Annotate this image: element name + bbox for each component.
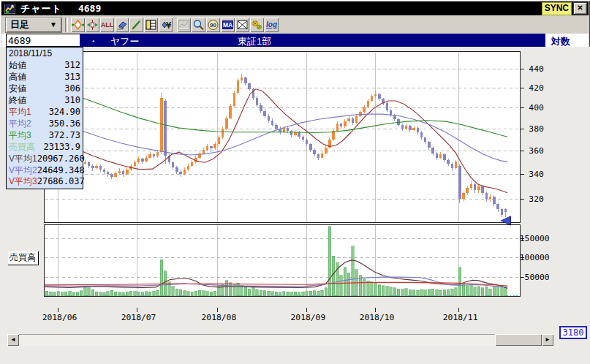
chart-type-disabled-icon: [178, 19, 190, 31]
svg-text:360: 360: [529, 145, 544, 156]
info-bar: ・ ヤフー 東証1部 対数: [1, 34, 589, 47]
zoom-button[interactable]: [192, 18, 205, 32]
svg-text:440: 440: [529, 64, 544, 74]
zoom-magnifier-icon: [192, 19, 205, 31]
scroll-left-button[interactable]: ◄: [7, 334, 19, 346]
tooltip-row: V平均224649.348: [9, 165, 80, 176]
svg-text:420: 420: [529, 83, 544, 93]
svg-text:2018/07: 2018/07: [121, 312, 156, 322]
horizontal-scrollbar[interactable]: ◄ ►: [7, 334, 553, 346]
tooltip-row: 平均1324.90: [9, 107, 80, 118]
tooltip-row: 高値313: [9, 72, 80, 83]
svg-text:2018/09: 2018/09: [291, 312, 326, 322]
period-selector[interactable]: 日足 ▼: [5, 17, 62, 33]
toolbar: 日足 ▼ ALL: [1, 15, 589, 34]
chart-type-button-disabled: [177, 18, 191, 32]
log-scale-button[interactable]: log: [265, 18, 279, 32]
svg-text:320: 320: [529, 194, 544, 204]
period-90-button[interactable]: 90: [206, 18, 220, 32]
window-title: チャート: [20, 2, 62, 15]
stock-code-input[interactable]: [6, 34, 83, 47]
trendline-pencil-icon: [130, 19, 143, 31]
quote-tooltip: 2018/11/15 始値312 高値313 安値306 終値310 平均132…: [6, 47, 83, 189]
period-90-icon: 90: [210, 22, 216, 29]
settings-button[interactable]: [250, 18, 264, 32]
candle-width-expand-button[interactable]: [71, 18, 85, 32]
moving-average-icon: MA: [223, 21, 232, 29]
toolbar-separator: [65, 18, 68, 32]
app-chart-icon: [4, 4, 15, 14]
candle-width-shrink-icon: [86, 19, 99, 31]
tooltip-date: 2018/11/15: [9, 48, 52, 59]
svg-text:150000: 150000: [520, 233, 550, 243]
candle-width-expand-icon: [72, 19, 84, 31]
trendline-button[interactable]: [129, 18, 143, 32]
svg-text:340: 340: [529, 169, 544, 179]
pane-layout-icon: [145, 19, 157, 31]
window-title-code: 4689: [78, 3, 101, 14]
close-button[interactable]: ✕: [573, 2, 587, 15]
sync-button[interactable]: SYNC: [542, 2, 572, 15]
pane-layout-button[interactable]: [144, 18, 158, 32]
candle-width-shrink-button[interactable]: [86, 18, 99, 32]
envelope-button[interactable]: [235, 18, 249, 32]
svg-text:2018/06: 2018/06: [42, 312, 77, 322]
chart-region: 2018/062018/072018/082018/092018/102018/…: [0, 47, 590, 364]
eraser-icon: [116, 19, 128, 31]
svg-text:380: 380: [529, 124, 544, 134]
svg-text:400: 400: [529, 102, 544, 113]
envelope-icon: [236, 19, 249, 31]
title-bar: チャート 4689 SYNC ✕: [1, 1, 589, 15]
svg-text:50000: 50000: [525, 272, 550, 282]
price-yen-button[interactable]: ¥: [159, 18, 173, 32]
bottom-right-value: 3180: [559, 326, 587, 339]
svg-text:2018/10: 2018/10: [360, 312, 395, 322]
close-icon: ✕: [577, 4, 583, 12]
show-all-icon: ALL: [101, 21, 114, 29]
tooltip-row: V平均327686.037: [9, 176, 80, 187]
show-all-button[interactable]: ALL: [100, 18, 114, 32]
settings-gears-icon: [251, 19, 263, 31]
volume-pane-label: 売買高: [8, 251, 39, 265]
log-scale-icon: log: [266, 20, 277, 29]
scroll-right-icon: ►: [545, 336, 551, 343]
eraser-button[interactable]: [115, 18, 129, 32]
svg-text:2018/08: 2018/08: [202, 312, 237, 322]
scroll-left-icon: ◄: [10, 336, 16, 343]
moving-average-button[interactable]: MA: [221, 18, 235, 32]
stock-info-strip: ・ ヤフー 東証1部: [80, 34, 545, 47]
tooltip-row: 売買高23133.9: [9, 142, 80, 153]
yen-icon: ¥: [166, 20, 172, 31]
scrollbar-thumb[interactable]: [495, 334, 542, 346]
tooltip-row: 平均3372.73: [9, 130, 80, 141]
period-selector-label: 日足: [10, 18, 29, 31]
tooltip-row: V平均120967.260: [9, 153, 80, 164]
svg-text:2018/11: 2018/11: [443, 312, 478, 322]
tooltip-row: 安値306: [9, 83, 80, 94]
chart-window: チャート 4689 SYNC ✕ 日足 ▼ ALL: [0, 0, 590, 364]
price-volume-chart[interactable]: 2018/062018/072018/082018/092018/102018/…: [0, 47, 590, 364]
scroll-right-button[interactable]: ►: [542, 334, 553, 346]
tooltip-date-row: 2018/11/15: [9, 48, 80, 59]
chevron-down-icon: ▼: [50, 20, 57, 29]
tooltip-row: 平均2350.36: [9, 118, 80, 129]
tooltip-row: 終値310: [9, 95, 80, 106]
svg-text:100000: 100000: [520, 252, 550, 262]
tooltip-row: 始値312: [9, 60, 80, 71]
